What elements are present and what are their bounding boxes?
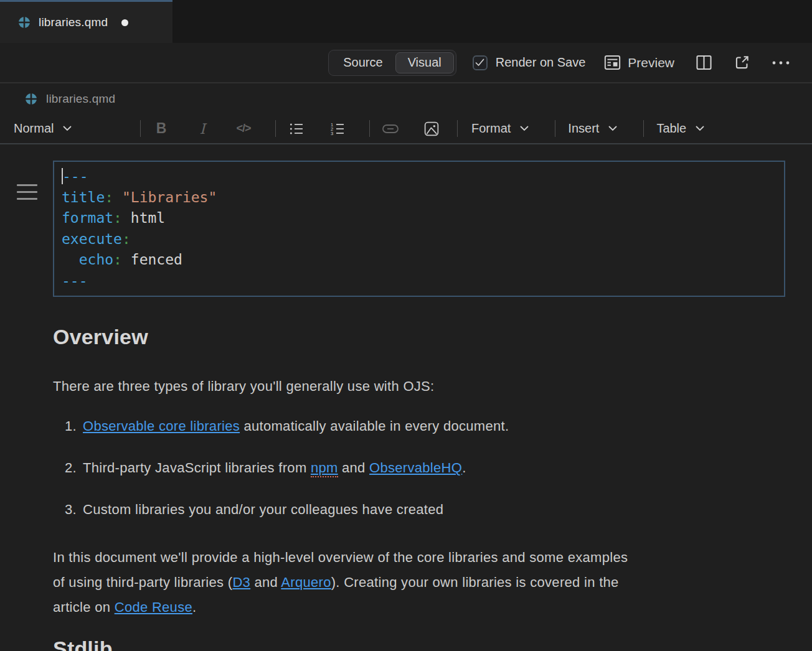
ellipsis-icon [772, 60, 790, 65]
render-on-save-checkbox[interactable] [473, 55, 488, 70]
code-line: --- [62, 271, 777, 292]
image-icon [424, 121, 439, 136]
code-button[interactable]: </> [223, 116, 264, 141]
list-item-text: Custom libraries you and/or your colleag… [83, 502, 443, 517]
list-item-text: automatically available in every documen… [240, 418, 509, 434]
intro-paragraph[interactable]: There are three types of library you'll … [53, 377, 785, 396]
npm-link[interactable]: npm [311, 460, 338, 477]
paragraph-text: In this document we'll provide a high-le… [53, 550, 628, 565]
code-line: --- [62, 166, 777, 187]
tab-libraries-qmd[interactable]: libraries.qmd [0, 0, 172, 43]
list-item-number: 2. [65, 459, 83, 477]
list-item-text: and [338, 460, 369, 475]
document-editor: --- title: "Libraries" format: html exec… [0, 161, 812, 651]
insert-dropdown-label: Insert [568, 121, 599, 136]
arquero-link[interactable]: Arquero [281, 574, 331, 590]
preview-icon [604, 54, 621, 71]
italic-button[interactable]: I [182, 116, 223, 141]
source-mode-button[interactable]: Source [331, 52, 395, 73]
list-item-text: . [462, 460, 466, 475]
list-item[interactable]: 3.Custom libraries you and/or your colle… [53, 500, 785, 519]
heading-stdlib[interactable]: Stdlib [53, 636, 785, 651]
open-in-new-window-icon [734, 54, 750, 71]
paragraph-text: . [192, 599, 196, 615]
bulleted-list-icon [290, 123, 303, 135]
chevron-down-icon [696, 126, 704, 131]
paragraph-style-value: Normal [14, 121, 54, 136]
tab-title: libraries.qmd [39, 16, 108, 29]
bulleted-list-button[interactable] [276, 116, 317, 141]
editor-mode-toggle: Source Visual [328, 50, 456, 76]
paragraph-text: article on [53, 599, 115, 615]
paragraph-line: of using third-party libraries (D3 and A… [53, 570, 785, 595]
list-item-text: Third-party JavaScript libraries from [83, 460, 311, 475]
code-line: format: html [62, 208, 777, 229]
link-button[interactable] [370, 116, 411, 141]
observable-core-libraries-link[interactable]: Observable core libraries [83, 418, 240, 434]
paragraph-style-dropdown[interactable]: Normal [14, 121, 140, 136]
breadcrumb-filename[interactable]: libraries.qmd [46, 92, 115, 106]
split-editor-icon [696, 54, 712, 71]
bold-button[interactable]: B [141, 116, 182, 141]
heading-overview[interactable]: Overview [53, 324, 785, 350]
table-dropdown[interactable]: Table [644, 121, 704, 136]
numbered-list-icon: 1 2 3 [331, 122, 344, 136]
code-icon: </> [236, 122, 250, 135]
render-on-save-label: Render on Save [496, 55, 586, 70]
more-actions-button[interactable] [769, 58, 793, 68]
chevron-down-icon [520, 126, 529, 131]
visual-mode-button[interactable]: Visual [395, 52, 454, 73]
editor-mode-toolbar: Source Visual Render on Save Preview [0, 43, 812, 82]
quarto-icon [18, 16, 31, 29]
paragraph-text: ). Creating your own libraries is covere… [331, 574, 619, 590]
italic-icon: I [199, 121, 205, 137]
paragraph-text: of using third-party libraries ( [53, 574, 232, 590]
paragraph-line: In this document we'll provide a high-le… [53, 545, 785, 570]
breadcrumb: libraries.qmd [0, 82, 812, 114]
open-external-button[interactable] [731, 52, 753, 73]
tab-bar: libraries.qmd [0, 0, 812, 43]
checkmark-icon [475, 59, 484, 67]
preview-label: Preview [628, 55, 674, 70]
list-item[interactable]: 2.Third-party JavaScript libraries from … [53, 459, 785, 477]
list-item[interactable]: 1.Observable core libraries automaticall… [53, 417, 785, 436]
chevron-down-icon [63, 126, 72, 131]
list-item-number: 1. [65, 417, 83, 436]
code-reuse-link[interactable]: Code Reuse [115, 599, 192, 615]
unsaved-changes-dot[interactable] [121, 19, 128, 26]
bold-icon: B [156, 120, 167, 137]
code-line: title: "Libraries" [62, 187, 777, 208]
split-editor-button[interactable] [693, 52, 715, 73]
format-dropdown-label: Format [471, 121, 511, 136]
block-drag-handle-icon[interactable] [17, 184, 37, 200]
observablehq-link[interactable]: ObservableHQ [369, 460, 462, 475]
d3-link[interactable]: D3 [232, 574, 250, 590]
paragraph-text: and [250, 574, 281, 590]
render-on-save-control: Render on Save [473, 55, 586, 70]
code-line: execute: [62, 229, 777, 250]
table-dropdown-label: Table [656, 121, 686, 136]
code-line: echo: fenced [62, 250, 777, 271]
summary-paragraph[interactable]: In this document we'll provide a high-le… [53, 545, 785, 620]
insert-dropdown[interactable]: Insert [555, 121, 617, 136]
list-item-number: 3. [65, 500, 83, 519]
chevron-down-icon [608, 126, 617, 131]
preview-button[interactable]: Preview [602, 52, 677, 73]
chain-link-icon [382, 124, 399, 134]
svg-text:3: 3 [331, 130, 333, 136]
formatting-toolbar: Normal B I </> 1 2 3 Format [0, 114, 812, 144]
paragraph-line: article on Code Reuse. [53, 595, 785, 620]
quarto-icon [25, 93, 37, 105]
yaml-front-matter-block[interactable]: --- title: "Libraries" format: html exec… [53, 161, 785, 297]
numbered-list-button[interactable]: 1 2 3 [317, 116, 358, 141]
numbered-list: 1.Observable core libraries automaticall… [53, 417, 785, 519]
format-dropdown[interactable]: Format [458, 121, 529, 136]
image-button[interactable] [411, 116, 452, 141]
